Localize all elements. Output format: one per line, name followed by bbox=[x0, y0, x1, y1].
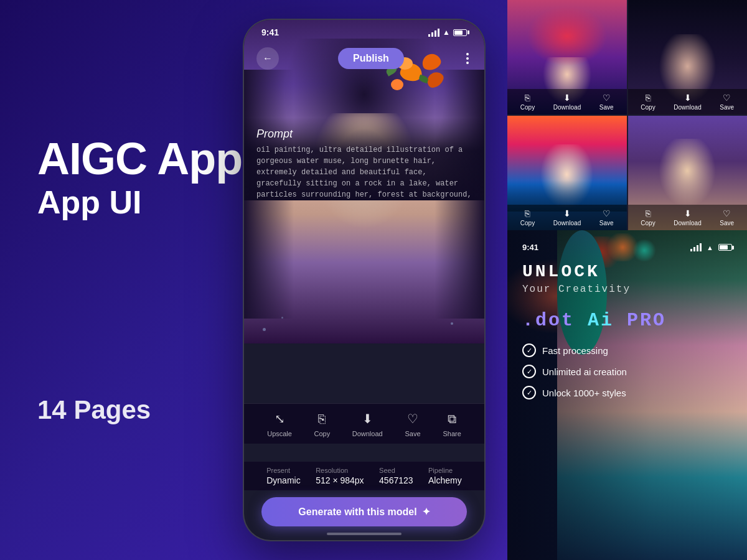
pro-brand-text: PRO bbox=[627, 310, 666, 331]
gallery-actions-1: ⎘ Copy ⬇ Download ♡ Save bbox=[507, 89, 627, 114]
ai-text: Ai bbox=[588, 310, 627, 331]
meta-resolution: Resolution 512 × 984px bbox=[316, 467, 364, 485]
feature-label-2: Unlimited ai creation bbox=[542, 366, 627, 377]
save-action-3[interactable]: ♡ Save bbox=[599, 208, 614, 226]
download-icon-2: ⬇ bbox=[684, 93, 692, 103]
copy-action-4[interactable]: ⎘ Copy bbox=[641, 208, 655, 226]
pro-wifi-icon: ▲ bbox=[707, 244, 713, 251]
feature-label-1: Fast processing bbox=[542, 345, 608, 356]
heart-icon-1: ♡ bbox=[603, 93, 611, 103]
check-icon-3: ✓ bbox=[522, 386, 536, 399]
gallery-actions-2: ⎘ Copy ⬇ Download ♡ Save bbox=[628, 89, 748, 114]
phone-mockup: 9:41 ▲ ← Publish bbox=[243, 19, 486, 541]
pro-content: 9:41 ▲ UNLOCK Your Creativity bbox=[507, 230, 747, 412]
status-time: 9:41 bbox=[261, 27, 279, 37]
phone-frame: 9:41 ▲ ← Publish bbox=[243, 19, 486, 541]
download-icon-4: ⬇ bbox=[684, 208, 692, 218]
unlock-label: UNLOCK bbox=[522, 262, 732, 281]
action-row: ⤡ Upscale ⎘ Copy ⬇ Download ♡ Save ⧉ Sha… bbox=[244, 403, 484, 444]
save-button[interactable]: ♡ Save bbox=[404, 410, 421, 437]
feature-1: ✓ Fast processing bbox=[522, 343, 732, 357]
meta-present: Present Dynamic bbox=[266, 467, 300, 485]
copy-action-1[interactable]: ⎘ Copy bbox=[520, 93, 535, 111]
copy-action-2[interactable]: ⎘ Copy bbox=[641, 93, 655, 111]
home-indicator bbox=[327, 533, 402, 535]
battery-icon bbox=[453, 29, 467, 36]
status-icons: ▲ bbox=[428, 28, 467, 37]
brand-text: .dot Ai PRO bbox=[522, 310, 732, 331]
download-action-4[interactable]: ⬇ Download bbox=[674, 208, 701, 226]
right-panel: ⎘ Copy ⬇ Download ♡ Save ⎘ bbox=[507, 0, 747, 560]
copy-icon-2: ⎘ bbox=[646, 93, 651, 103]
save-label: Save bbox=[405, 430, 420, 437]
copy-button[interactable]: ⎘ Copy bbox=[313, 410, 331, 437]
check-icon-2: ✓ bbox=[522, 365, 536, 378]
copy-icon: ⎘ bbox=[313, 410, 331, 427]
heart-icon-4: ♡ bbox=[723, 208, 731, 218]
publish-button[interactable]: Publish bbox=[338, 48, 404, 69]
pro-section: 9:41 ▲ UNLOCK Your Creativity bbox=[507, 230, 747, 560]
share-label: Share bbox=[443, 430, 461, 437]
share-icon: ⧉ bbox=[443, 410, 461, 427]
copy-label: Copy bbox=[314, 430, 330, 437]
download-icon-1: ⬇ bbox=[563, 93, 571, 103]
feature-3: ✓ Unlock 1000+ styles bbox=[522, 386, 732, 399]
generate-label: Generate with this model bbox=[298, 506, 416, 518]
pro-status-time: 9:41 bbox=[522, 243, 538, 252]
save-action-4[interactable]: ♡ Save bbox=[720, 208, 734, 226]
image-gallery: ⎘ Copy ⬇ Download ♡ Save ⎘ bbox=[507, 0, 747, 230]
share-button[interactable]: ⧉ Share bbox=[443, 410, 461, 437]
download-action-1[interactable]: ⬇ Download bbox=[553, 93, 581, 111]
download-action-3[interactable]: ⬇ Download bbox=[553, 208, 581, 226]
generate-button[interactable]: Generate with this model ✦ bbox=[261, 497, 467, 526]
heart-icon-3: ♡ bbox=[603, 208, 611, 218]
pro-signal-icon bbox=[690, 243, 702, 251]
save-action-2[interactable]: ♡ Save bbox=[720, 93, 734, 111]
metadata-row: Present Dynamic Resolution 512 × 984px S… bbox=[244, 462, 484, 490]
pro-status-bar: 9:41 ▲ bbox=[522, 243, 732, 252]
heart-icon: ♡ bbox=[404, 410, 421, 427]
prompt-label: Prompt bbox=[256, 128, 472, 141]
creativity-label: Your Creativity bbox=[522, 284, 732, 295]
download-icon: ⬇ bbox=[359, 410, 376, 427]
feature-list: ✓ Fast processing ✓ Unlimited ai creatio… bbox=[522, 343, 732, 399]
copy-icon-1: ⎘ bbox=[525, 93, 530, 103]
meta-pipeline: Pipeline Alchemy bbox=[428, 467, 462, 485]
gallery-actions-3: ⎘ Copy ⬇ Download ♡ Save bbox=[507, 205, 627, 230]
download-icon-3: ⬇ bbox=[563, 208, 571, 218]
pro-battery-icon bbox=[718, 244, 732, 251]
meta-seed: Seed 4567123 bbox=[379, 467, 413, 485]
dot-text: .dot bbox=[522, 310, 575, 331]
download-button[interactable]: ⬇ Download bbox=[352, 410, 383, 437]
signal-icon bbox=[428, 29, 439, 37]
prompt-text: oil painting, ultra detailed illustratio… bbox=[256, 144, 472, 200]
copy-icon-4: ⎘ bbox=[646, 208, 651, 218]
magic-wand-icon: ✦ bbox=[422, 506, 430, 518]
status-bar: 9:41 ▲ bbox=[244, 20, 484, 37]
gallery-cell-1: ⎘ Copy ⬇ Download ♡ Save bbox=[507, 0, 627, 114]
upscale-button[interactable]: ⤡ Upscale bbox=[267, 410, 292, 437]
upscale-icon: ⤡ bbox=[271, 410, 288, 427]
wifi-icon: ▲ bbox=[443, 28, 450, 37]
back-button[interactable]: ← bbox=[256, 47, 279, 70]
heart-icon-2: ♡ bbox=[723, 93, 731, 103]
copy-icon-3: ⎘ bbox=[525, 208, 530, 218]
copy-action-3[interactable]: ⎘ Copy bbox=[520, 208, 535, 226]
gallery-cell-4: ⎘ Copy ⬇ Download ♡ Save bbox=[628, 116, 748, 230]
download-label: Download bbox=[352, 430, 383, 437]
upscale-label: Upscale bbox=[267, 430, 292, 437]
feature-label-3: Unlock 1000+ styles bbox=[542, 388, 626, 398]
pro-status-icons: ▲ bbox=[690, 243, 732, 251]
gallery-actions-4: ⎘ Copy ⬇ Download ♡ Save bbox=[628, 205, 748, 230]
gallery-cell-3: ⎘ Copy ⬇ Download ♡ Save bbox=[507, 116, 627, 230]
prompt-section: Prompt oil painting, ultra detailed illu… bbox=[244, 118, 484, 200]
save-action-1[interactable]: ♡ Save bbox=[599, 93, 614, 111]
gallery-cell-2: ⎘ Copy ⬇ Download ♡ Save bbox=[628, 0, 748, 114]
download-action-2[interactable]: ⬇ Download bbox=[674, 93, 701, 111]
phone-nav: ← Publish bbox=[244, 42, 484, 75]
more-button[interactable] bbox=[463, 50, 472, 67]
feature-2: ✓ Unlimited ai creation bbox=[522, 365, 732, 378]
check-icon-1: ✓ bbox=[522, 343, 536, 357]
